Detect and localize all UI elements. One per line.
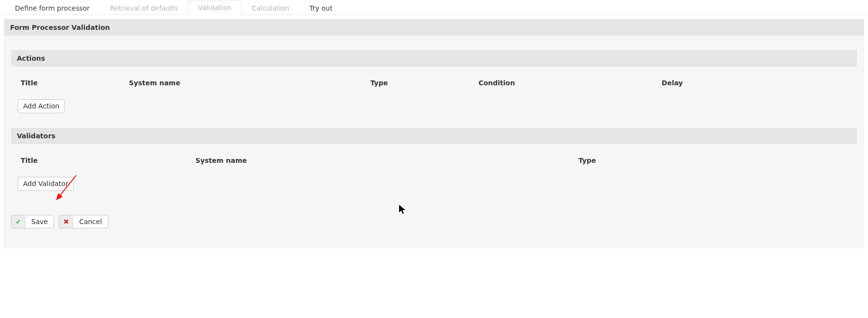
col-system-name: System name	[193, 153, 575, 174]
tab-define-form-processor[interactable]: Define form processor	[5, 0, 100, 15]
x-icon: ✖	[59, 215, 73, 228]
content-panel: Form Processor Validation Actions Title …	[4, 19, 864, 248]
footer-buttons: ✔ Save ✖ Cancel	[11, 215, 857, 228]
col-title: Title	[18, 75, 126, 96]
tabs-bar: Define form processor Retrieval of defau…	[0, 0, 868, 15]
table-header-row: Title System name Type	[18, 153, 850, 174]
col-condition: Condition	[476, 75, 659, 96]
check-icon: ✔	[12, 215, 26, 228]
table-header-row: Title System name Type Condition Delay	[18, 75, 850, 96]
col-title: Title	[18, 153, 193, 174]
actions-table: Title System name Type Condition Delay	[18, 75, 850, 96]
col-type: Type	[575, 153, 850, 174]
cancel-button[interactable]: ✖ Cancel	[59, 215, 108, 228]
tab-retrieval-of-defaults[interactable]: Retrieval of defaults	[100, 0, 188, 15]
tab-try-out[interactable]: Try out	[299, 0, 343, 15]
actions-table-wrap: Title System name Type Condition Delay	[18, 75, 850, 96]
validators-table: Title System name Type	[18, 153, 850, 174]
cancel-button-label: Cancel	[73, 215, 107, 228]
col-type: Type	[367, 75, 476, 96]
validators-table-wrap: Title System name Type	[18, 153, 850, 174]
col-delay: Delay	[659, 75, 850, 96]
save-button-label: Save	[26, 215, 53, 228]
section-header-validators: Validators	[11, 128, 857, 144]
tab-label: Calculation	[252, 4, 289, 12]
add-validator-button[interactable]: Add Validator	[18, 177, 74, 191]
save-button[interactable]: ✔ Save	[11, 215, 54, 228]
section-header-actions: Actions	[11, 50, 857, 66]
tab-validation[interactable]: Validation	[188, 0, 242, 15]
col-system-name: System name	[126, 75, 367, 96]
tab-label: Retrieval of defaults	[110, 4, 178, 12]
tab-calculation[interactable]: Calculation	[242, 0, 299, 15]
tab-label: Try out	[310, 4, 333, 12]
tab-label: Validation	[198, 4, 232, 12]
page-title: Form Processor Validation	[4, 19, 864, 36]
add-action-button[interactable]: Add Action	[18, 99, 65, 113]
tab-label: Define form processor	[15, 4, 90, 12]
